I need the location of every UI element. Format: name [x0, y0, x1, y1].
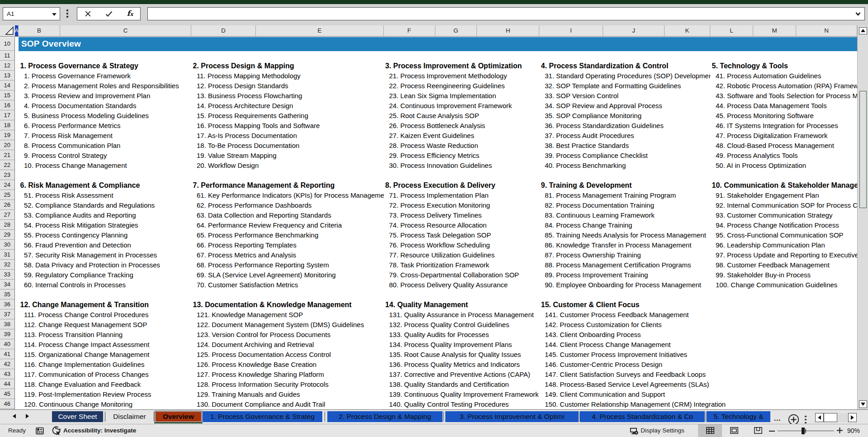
sop-item[interactable]: 84. Process Change Training — [541, 220, 711, 230]
name-box[interactable]: A1 — [3, 7, 60, 20]
sop-item[interactable]: 9. Process Control Strategy — [20, 151, 192, 161]
sop-item[interactable]: 100. Change Communication Guidelines — [712, 280, 858, 290]
sop-item[interactable]: 137. Corrective and Preventive Actions (… — [385, 370, 539, 380]
row-header-46[interactable]: 46 — [0, 399, 14, 409]
sop-item[interactable]: 149. Client Communication and Support — [541, 390, 858, 399]
vertical-scrollbar[interactable] — [857, 25, 868, 410]
sop-item[interactable]: 60. Internal Controls in Processes — [20, 280, 192, 290]
scroll-up-button[interactable] — [859, 27, 867, 35]
row-header-14[interactable]: 14 — [0, 81, 14, 90]
sop-item[interactable]: 31. Standard Operating Procedures (SOP) … — [541, 71, 711, 81]
sop-item[interactable]: 12. Process Design Standards — [193, 81, 384, 91]
view-normal-button[interactable] — [698, 424, 722, 437]
sop-item[interactable]: 77. Resource Utilization Guidelines — [385, 250, 539, 260]
zoom-in-button[interactable] — [837, 428, 843, 433]
sop-item[interactable]: 93. Customer Communication Strategy — [712, 210, 858, 220]
row-header-25[interactable]: 25 — [0, 190, 14, 200]
sop-item[interactable]: 123. Version Control for Process Documen… — [193, 330, 384, 340]
sop-item[interactable]: 67. Process Metrics and Analysis — [193, 250, 384, 260]
sop-item[interactable]: 5. Business Process Modeling Guidelines — [20, 111, 192, 121]
sop-item[interactable]: 79. Cross-Departmental Collaboration SOP — [385, 270, 539, 280]
sop-item[interactable]: 50. AI in Process Optimization — [712, 161, 858, 171]
row-header-27[interactable]: 27 — [0, 210, 14, 220]
sop-item[interactable]: 61. Key Performance Indicators (KPIs) fo… — [193, 190, 384, 200]
sop-item[interactable]: 121. Knowledge Management SOP — [193, 310, 384, 320]
row-header-11[interactable]: 11 — [0, 51, 14, 61]
formula-bar-expand-icon[interactable] — [855, 11, 861, 17]
sop-item[interactable]: 56. Fraud Prevention and Detection — [20, 240, 192, 250]
sop-item[interactable]: 21. Process Improvement Methodology — [385, 71, 539, 81]
section-title[interactable]: 9. Training & Development — [541, 180, 711, 190]
sop-item[interactable]: 24. Continuous Improvement Framework — [385, 101, 539, 111]
section-title[interactable]: 8. Process Execution & Delivery — [385, 180, 539, 190]
sheet-tab-overview[interactable]: Overview — [155, 411, 202, 422]
sop-item[interactable]: 135. Root Cause Analysis for Quality Iss… — [385, 350, 539, 360]
row-header-40[interactable]: 40 — [0, 340, 14, 349]
sop-item[interactable]: 69. SLA (Service Level Agreement) Monito… — [193, 270, 384, 280]
sop-item[interactable]: 25. Root Cause Analysis SOP — [385, 111, 539, 121]
row-header-35[interactable]: 35 — [0, 290, 14, 299]
sop-item[interactable]: 40. Process Benchmarking — [541, 161, 711, 171]
row-header-38[interactable]: 38 — [0, 320, 14, 329]
section-title[interactable]: 1. Process Governance & Strategy — [20, 61, 192, 71]
sop-item[interactable]: 140. Quality Control Testing Procedures — [385, 399, 539, 409]
sop-item[interactable]: 59. Regulatory Compliance Tracking — [20, 270, 192, 280]
section-title[interactable]: 2. Process Design & Mapping — [193, 61, 384, 71]
row-header-41[interactable]: 41 — [0, 350, 14, 359]
sop-item[interactable]: 42. Robotic Process Automation (RPA) Fra… — [712, 81, 858, 91]
zoom-slider-thumb[interactable] — [802, 428, 805, 434]
zoom-level-label[interactable]: 90% — [847, 424, 860, 437]
sop-item[interactable]: 18. To-Be Process Documentation — [193, 141, 384, 151]
sop-item[interactable]: 41. Process Automation Guidelines — [712, 71, 858, 81]
row-header-30[interactable]: 30 — [0, 240, 14, 250]
section-title[interactable]: 12. Change Management & Transition — [20, 300, 192, 310]
sop-item[interactable]: 34. SOP Review and Approval Process — [541, 101, 711, 111]
sop-item[interactable]: 80. Process Delivery Quality Assurance — [385, 280, 539, 290]
sop-item[interactable]: 116. Change Implementation Guidelines — [20, 360, 192, 370]
row-header-22[interactable]: 22 — [0, 161, 14, 170]
sop-item[interactable]: 2. Process Management Roles and Responsi… — [20, 81, 192, 91]
sop-item[interactable]: 117. Communication of Process Changes — [20, 370, 192, 380]
sop-item[interactable]: 1. Process Governance Framework — [20, 71, 192, 81]
sop-item[interactable]: 22. Process Reengineering Guidelines — [385, 81, 539, 91]
row-header-15[interactable]: 15 — [0, 91, 14, 100]
sop-item[interactable]: 129. Training Manuals and Guides — [193, 390, 384, 399]
sop-item[interactable]: 49. Process Analytics Tools — [712, 151, 858, 161]
h-scroll-left-button[interactable] — [815, 413, 824, 423]
row-header-23[interactable]: 23 — [0, 171, 14, 180]
sop-item[interactable]: 130. Document Compliance and Audit Trail — [193, 399, 384, 409]
sop-item[interactable]: 32. SOP Template and Formatting Guidelin… — [541, 81, 711, 91]
column-header-K[interactable]: K — [665, 25, 710, 36]
section-title[interactable]: 10. Communication & Stakeholder Manageme… — [712, 180, 858, 190]
sheet-tab-4-process-standardization-co[interactable]: 4. Process Standardization & Co — [580, 411, 705, 422]
sop-item[interactable]: 90. Employee Onboarding for Process Mana… — [541, 280, 711, 290]
sop-item[interactable]: 138. Quality Standards and Certification — [385, 380, 539, 390]
sheet-tab-5-technology[interactable]: 5. Technology & — [707, 411, 770, 422]
sop-item[interactable]: 124. Document Archiving and Retrieval — [193, 340, 384, 350]
sop-item[interactable]: 64. Performance Review Frequency and Cri… — [193, 220, 384, 230]
column-header-I[interactable]: I — [539, 25, 603, 36]
sop-item[interactable]: 45. Process Monitoring Software — [712, 111, 858, 121]
row-header-21[interactable]: 21 — [0, 151, 14, 160]
sop-item[interactable]: 86. Knowledge Transfer in Process Manage… — [541, 240, 711, 250]
sop-item[interactable]: 141. Customer Process Feedback Managemen… — [541, 310, 858, 320]
section-title[interactable]: 14. Quality Management — [385, 300, 539, 310]
sop-item[interactable]: 20. Workflow Design — [193, 161, 384, 171]
sop-item[interactable]: 26. Process Bottleneck Analysis — [385, 121, 539, 131]
column-header-G[interactable]: G — [435, 25, 477, 36]
sop-item[interactable]: 15. Process Requirements Gathering — [193, 111, 384, 121]
row-header-17[interactable]: 17 — [0, 111, 14, 120]
scroll-down-button[interactable] — [859, 400, 867, 408]
sop-item[interactable]: 57. Security Risk Management in Processe… — [20, 250, 192, 260]
row-header-42[interactable]: 42 — [0, 360, 14, 369]
sop-item[interactable]: 111. Process Change Control Procedures — [20, 310, 192, 320]
enter-button[interactable] — [105, 11, 113, 17]
sop-item[interactable]: 51. Process Risk Assessment — [20, 190, 192, 200]
row-header-33[interactable]: 33 — [0, 270, 14, 280]
sop-item[interactable]: 99. Stakeholder Buy-in Process — [712, 270, 858, 280]
sop-item[interactable]: 68. Process Performance Reporting System — [193, 260, 384, 270]
sop-item[interactable]: 97. Process Update and Reporting to Exec… — [712, 250, 858, 260]
horizontal-scrollbar-thumb[interactable] — [824, 413, 838, 423]
sop-item[interactable]: 38. Best Practice Standards — [541, 141, 711, 151]
sop-item[interactable]: 113. Process Transition Planning — [20, 330, 192, 340]
